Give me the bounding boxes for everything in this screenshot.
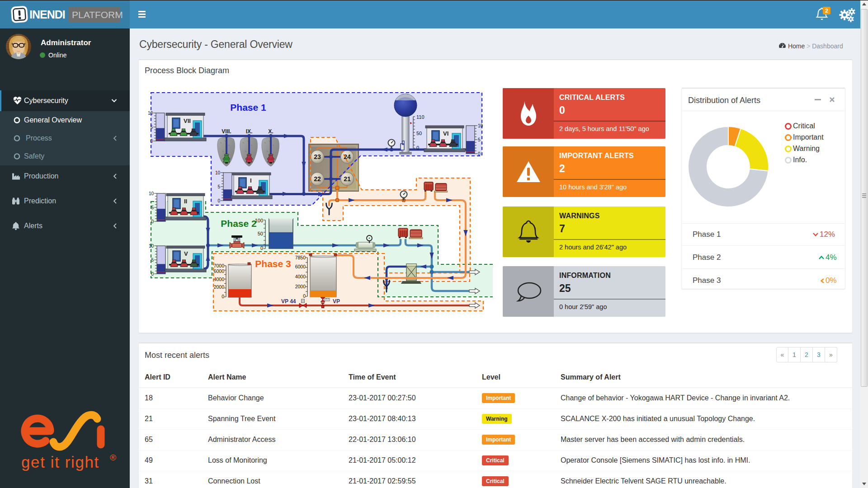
svg-text:2: 2 <box>825 8 828 14</box>
svg-text:VP 44: VP 44 <box>281 298 296 305</box>
svg-text:VII: VII <box>184 117 191 124</box>
svg-text:5: 5 <box>151 205 154 210</box>
svg-text:7000: 7000 <box>214 263 225 268</box>
svg-text:0: 0 <box>416 145 419 150</box>
svg-text:VIII.: VIII. <box>222 128 231 135</box>
svg-text:Phase 2: Phase 2 <box>221 218 256 229</box>
svg-text:IX.: IX. <box>246 128 253 135</box>
svg-text:0: 0 <box>217 198 220 203</box>
svg-text:10: 10 <box>148 111 153 116</box>
svg-text:10: 10 <box>149 191 154 196</box>
svg-text:II: II <box>184 198 187 205</box>
svg-text:23: 23 <box>314 153 321 160</box>
svg-text:2000: 2000 <box>214 284 225 290</box>
svg-text:VI: VI <box>443 130 448 137</box>
svg-text:7850: 7850 <box>295 255 306 260</box>
svg-text:get it right: get it right <box>21 453 99 471</box>
svg-text:50: 50 <box>258 231 263 236</box>
svg-text:0: 0 <box>478 151 481 156</box>
svg-text:6000: 6000 <box>295 264 306 269</box>
svg-text:Phase 1: Phase 1 <box>230 102 266 113</box>
svg-text:0: 0 <box>151 272 154 277</box>
svg-text:PLATFORM: PLATFORM <box>72 9 123 20</box>
svg-text:0: 0 <box>303 293 306 299</box>
svg-text:INENDI: INENDI <box>29 8 65 21</box>
svg-text:0: 0 <box>260 245 263 251</box>
svg-text:0: 0 <box>222 294 224 299</box>
svg-text:5: 5 <box>150 125 153 130</box>
svg-text:Phase 3: Phase 3 <box>255 258 291 269</box>
svg-text:21: 21 <box>344 175 351 183</box>
svg-text:V: V <box>184 250 188 257</box>
svg-text:5: 5 <box>151 258 154 263</box>
svg-text:VP: VP <box>333 298 340 305</box>
svg-text:110: 110 <box>416 114 425 120</box>
svg-text:10: 10 <box>149 244 154 249</box>
svg-text:5: 5 <box>217 184 220 189</box>
svg-text:®: ® <box>110 453 116 462</box>
svg-text:X.: X. <box>268 128 273 135</box>
svg-text:22: 22 <box>314 175 321 183</box>
svg-text:10: 10 <box>478 123 483 128</box>
svg-text:100: 100 <box>255 218 263 223</box>
svg-text:50: 50 <box>416 131 422 136</box>
svg-text:6000: 6000 <box>214 268 225 274</box>
svg-text:2000: 2000 <box>295 284 306 289</box>
svg-text:0: 0 <box>151 219 154 224</box>
svg-text:0: 0 <box>150 139 153 144</box>
svg-text:5: 5 <box>478 137 481 142</box>
svg-text:4000: 4000 <box>214 277 225 282</box>
svg-text:10: 10 <box>215 170 221 175</box>
svg-text:I: I <box>250 177 252 184</box>
svg-text:4000: 4000 <box>295 274 306 279</box>
